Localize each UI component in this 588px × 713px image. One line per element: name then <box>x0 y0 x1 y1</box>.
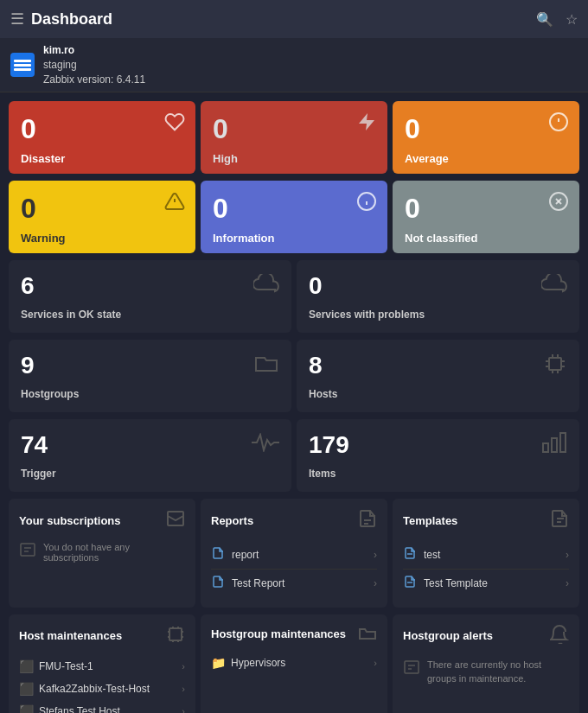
hostgroup-alerts-empty-icon <box>403 659 420 678</box>
templates-widget: Templates <box>393 499 579 608</box>
db-icon <box>10 53 35 77</box>
items-card[interactable]: 179 Items <box>297 419 579 492</box>
ok-services-card[interactable]: 6 Services in OK state <box>9 260 291 333</box>
templates-icon <box>550 509 569 532</box>
ok-services-label: Services in OK state <box>21 309 279 321</box>
alert-row-2: 0 Warning 0 Information <box>9 181 579 253</box>
items-label: Items <box>309 468 567 480</box>
profile-version: Zabbix version: 6.4.11 <box>43 73 145 87</box>
host-maint-item-3[interactable]: ⬛ Stefans Test Host › <box>19 700 185 713</box>
trigger-label: Trigger <box>21 468 279 480</box>
svg-rect-12 <box>549 358 561 370</box>
hostgroup-alerts-widget: Hostgroup alerts There are curren <box>393 614 579 713</box>
hostgroup-alerts-empty: There are currently no host groups in ma… <box>403 655 569 685</box>
subscriptions-empty-text: You do not have any subscriptions <box>43 542 185 563</box>
report-item-2[interactable]: Test Report › <box>211 570 377 597</box>
widgets-row: Your subscriptions You do not hav <box>9 499 579 608</box>
svg-rect-25 <box>21 544 35 556</box>
hostgroup-alerts-empty-text: There are currently no host groups in ma… <box>427 659 569 685</box>
page-title: Dashboard <box>31 10 112 29</box>
report-item-1[interactable]: report › <box>211 541 377 570</box>
host-maint-label-2: Kafka2Zabbix-Test-Host <box>39 683 150 695</box>
disaster-label: Disaster <box>21 152 183 165</box>
report-item-1-label: report <box>232 549 259 561</box>
hostgroup-maint-header: Hostgroup maintenances <box>211 625 377 643</box>
cloud-icon-problem <box>541 272 567 299</box>
templates-title: Templates <box>403 514 457 527</box>
hostgroups-card[interactable]: 9 Hostgroups <box>9 340 291 412</box>
x-circle-icon <box>548 191 569 217</box>
info-icon <box>356 191 377 217</box>
report-chevron-1: › <box>374 549 377 561</box>
template-chevron-2: › <box>566 577 569 589</box>
hamburger-menu[interactable]: ☰ <box>10 10 24 29</box>
warning-count: 0 <box>21 193 183 225</box>
template-chevron-1: › <box>566 549 569 561</box>
maintenance-row: Host maintenances <box>9 614 579 713</box>
trigger-card[interactable]: 74 Trigger <box>9 419 291 492</box>
hostgroup-maintenances-widget: Hostgroup maintenances 📁 Hypervisors › <box>201 614 387 713</box>
reports-header: Reports <box>211 509 377 532</box>
host-maint-status-2: ⬛ <box>19 682 34 696</box>
subscriptions-title: Your subscriptions <box>19 514 121 527</box>
lightning-icon <box>356 111 377 137</box>
report-chevron-2: › <box>374 577 377 589</box>
problem-services-label: Services with problems <box>309 309 567 321</box>
host-maint-title: Host maintenances <box>19 629 122 642</box>
hostgroup-maint-label-1: Hypervisors <box>231 657 285 669</box>
problem-services-card[interactable]: 0 Services with problems <box>297 260 579 333</box>
hosts-card[interactable]: 8 Hosts <box>297 340 579 412</box>
svg-rect-41 <box>405 661 419 673</box>
items-count: 179 <box>309 431 567 459</box>
template-item-1[interactable]: test › <box>403 541 569 570</box>
warning-card[interactable]: 0 Warning <box>9 181 195 253</box>
chip-icon <box>543 352 567 382</box>
template-item-1-label: test <box>424 549 440 561</box>
average-label: Average <box>405 152 567 165</box>
notclassified-card[interactable]: 0 Not classified <box>393 181 579 253</box>
pulse-icon <box>252 431 279 458</box>
subscriptions-empty-icon <box>19 541 36 563</box>
header: ☰ Dashboard 🔍 ☆ <box>0 0 588 38</box>
host-maint-item-1[interactable]: ⬛ FMU-Test-1 › <box>19 655 185 678</box>
trigger-count: 74 <box>21 431 279 459</box>
header-left: ☰ Dashboard <box>10 10 112 29</box>
disaster-card[interactable]: 0 Disaster <box>9 101 195 174</box>
reports-icon <box>358 509 377 532</box>
average-card[interactable]: 0 Average <box>393 101 579 174</box>
alert-row-1: 0 Disaster 0 High 0 <box>9 101 579 174</box>
profile-info: kim.ro staging Zabbix version: 6.4.11 <box>43 43 145 86</box>
svg-rect-23 <box>560 433 566 452</box>
host-maint-item-2[interactable]: ⬛ Kafka2Zabbix-Test-Host › <box>19 678 185 700</box>
header-right: 🔍 ☆ <box>536 11 578 28</box>
notclassified-label: Not classified <box>405 232 567 245</box>
bar-chart-icon <box>541 431 567 460</box>
hosts-count: 8 <box>309 352 567 379</box>
host-maint-icon <box>166 625 185 646</box>
star-icon[interactable]: ☆ <box>566 11 578 28</box>
report-item-2-label: Test Report <box>232 577 284 589</box>
svg-rect-32 <box>169 628 182 640</box>
template-file-icon-1 <box>403 546 417 563</box>
search-icon[interactable]: 🔍 <box>536 11 553 28</box>
template-item-2[interactable]: Test Template › <box>403 570 569 597</box>
host-maintenances-widget: Host maintenances <box>9 614 195 713</box>
report-file-icon-2 <box>211 575 225 592</box>
host-maint-label-1: FMU-Test-1 <box>39 660 93 672</box>
high-card[interactable]: 0 High <box>201 101 387 174</box>
hostgroup-maint-folder-icon: 📁 <box>211 656 226 670</box>
templates-header: Templates <box>403 509 569 532</box>
hosts-label: Hosts <box>309 388 567 400</box>
warning-triangle-icon <box>164 191 185 217</box>
stats-row-2: 9 Hostgroups 8 <box>9 340 579 412</box>
alert-circle-icon <box>548 111 569 137</box>
host-maint-label-3: Stefans Test Host <box>39 705 120 713</box>
problem-services-count: 0 <box>309 272 567 300</box>
cloud-icon-ok <box>253 272 279 299</box>
ok-services-count: 6 <box>21 272 279 300</box>
stats-row-1: 6 Services in OK state 0 Services with p… <box>9 260 579 333</box>
host-maint-status-3: ⬛ <box>19 704 34 713</box>
hostgroup-maint-item-1[interactable]: 📁 Hypervisors › <box>211 652 377 674</box>
host-maint-header: Host maintenances <box>19 625 185 646</box>
information-card[interactable]: 0 Information <box>201 181 387 253</box>
